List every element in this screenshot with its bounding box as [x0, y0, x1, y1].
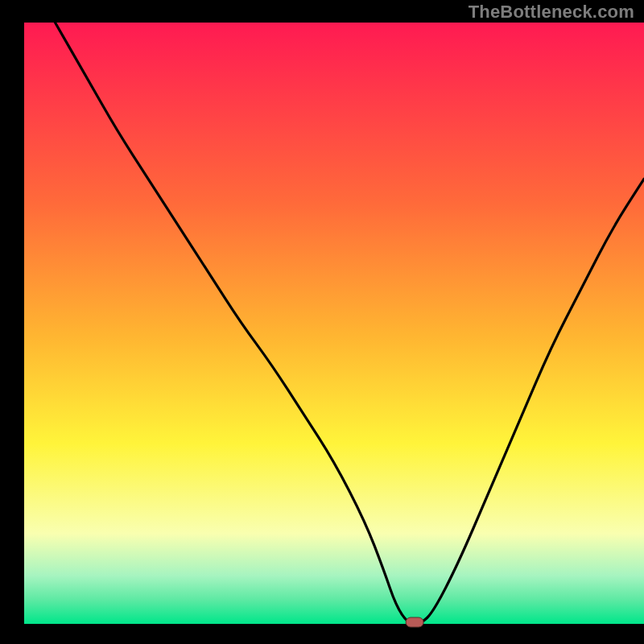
left-margin [0, 0, 24, 644]
watermark-text: TheBottleneck.com [469, 2, 634, 23]
chart-svg [0, 0, 644, 644]
optimum-marker [406, 617, 423, 627]
chart-frame: { "watermark": "TheBottleneck.com", "col… [0, 0, 644, 644]
plot-area [24, 23, 644, 624]
bottom-margin [0, 624, 644, 644]
